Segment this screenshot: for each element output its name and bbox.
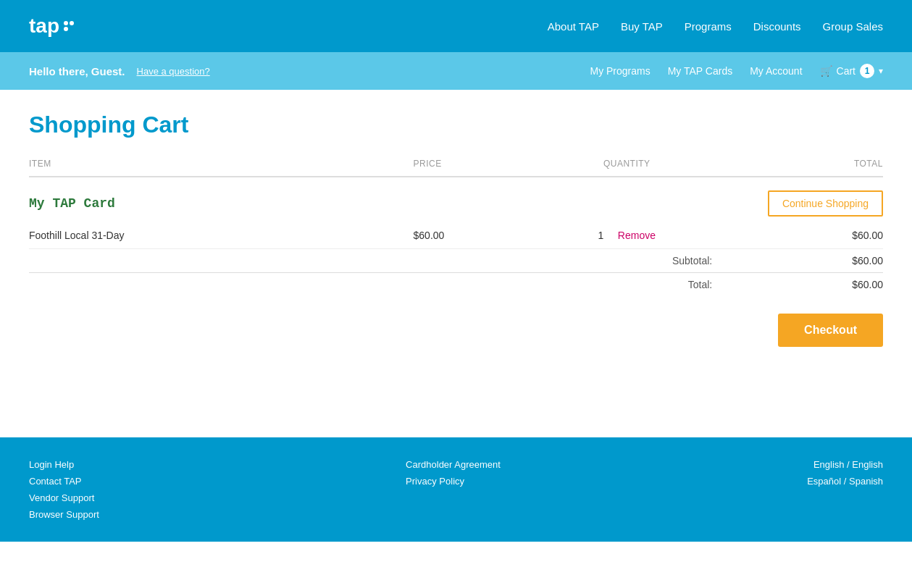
footer-login-help[interactable]: Login Help — [29, 459, 99, 470]
checkout-row: Checkout — [29, 296, 883, 347]
nav-programs[interactable]: Programs — [685, 20, 732, 33]
logo-text: tap — [29, 14, 59, 38]
footer-col-2: Cardholder Agreement Privacy Policy — [406, 459, 501, 487]
item-price: $60.00 — [414, 222, 542, 249]
footer-cardholder-agreement[interactable]: Cardholder Agreement — [406, 459, 501, 470]
greeting-text: Hello there, Guest. — [29, 65, 125, 77]
subtotal-row: Subtotal: $60.00 — [29, 249, 883, 273]
my-account-link[interactable]: My Account — [750, 65, 802, 77]
footer: Login Help Contact TAP Vendor Support Br… — [0, 437, 912, 542]
remove-item-button[interactable]: Remove — [618, 230, 656, 241]
nav-about-tap[interactable]: About TAP — [548, 20, 599, 33]
col-quantity: QUANTITY — [541, 159, 712, 177]
footer-language: English / English Español / Spanish — [807, 459, 883, 487]
main-content: Shopping Cart ITEM PRICE QUANTITY TOTAL … — [0, 90, 912, 437]
cart-table: ITEM PRICE QUANTITY TOTAL My TAP Card Co… — [29, 159, 883, 347]
col-item: ITEM — [29, 159, 414, 177]
cart-section-title: My TAP Card — [29, 196, 115, 211]
page-title: Shopping Cart — [29, 112, 883, 138]
footer-vendor-support[interactable]: Vendor Support — [29, 492, 99, 503]
col-total: TOTAL — [712, 159, 883, 177]
table-row: Foothill Local 31-Day $60.00 1 Remove $6… — [29, 222, 883, 249]
nav-discounts[interactable]: Discounts — [753, 20, 801, 33]
footer-privacy-policy[interactable]: Privacy Policy — [406, 476, 501, 487]
logo-dots — [64, 21, 74, 31]
footer-browser-support[interactable]: Browser Support — [29, 509, 99, 520]
cart-dropdown-icon[interactable]: ▾ — [879, 66, 883, 76]
item-total: $60.00 — [712, 222, 883, 249]
nav-buy-tap[interactable]: Buy TAP — [621, 20, 663, 33]
item-name: Foothill Local 31-Day — [29, 222, 414, 249]
col-price: PRICE — [414, 159, 542, 177]
main-nav-links: About TAP Buy TAP Programs Discounts Gro… — [548, 20, 883, 33]
top-navigation: tap About TAP Buy TAP Programs Discounts… — [0, 0, 912, 52]
my-programs-link[interactable]: My Programs — [590, 65, 650, 77]
checkout-button[interactable]: Checkout — [778, 314, 883, 347]
my-tap-cards-link[interactable]: My TAP Cards — [668, 65, 732, 77]
footer-lang-spanish[interactable]: Español / Spanish — [807, 476, 883, 487]
table-header-row: ITEM PRICE QUANTITY TOTAL — [29, 159, 883, 177]
nav-group-sales[interactable]: Group Sales — [823, 20, 883, 33]
cart-icon: 🛒 — [820, 65, 832, 77]
continue-shopping-button[interactable]: Continue Shopping — [768, 190, 883, 217]
total-value: $60.00 — [712, 273, 883, 297]
subtotal-label: Subtotal: — [541, 249, 712, 273]
cart-label: Cart — [837, 65, 855, 77]
greeting-area: Hello there, Guest. Have a question? — [29, 65, 210, 77]
cart-section-row: My TAP Card Continue Shopping — [29, 177, 883, 222]
footer-col-1: Login Help Contact TAP Vendor Support Br… — [29, 459, 99, 520]
brand-logo[interactable]: tap — [29, 14, 74, 38]
footer-lang-english[interactable]: English / English — [807, 459, 883, 470]
total-label: Total: — [541, 273, 712, 297]
user-nav-links: My Programs My TAP Cards My Account 🛒 Ca… — [590, 64, 883, 78]
subtotal-value: $60.00 — [712, 249, 883, 273]
have-question-link[interactable]: Have a question? — [137, 66, 210, 77]
cart-count: 1 — [860, 64, 874, 78]
footer-contact-tap[interactable]: Contact TAP — [29, 476, 99, 487]
secondary-navigation: Hello there, Guest. Have a question? My … — [0, 52, 912, 90]
cart-link[interactable]: 🛒 Cart 1 ▾ — [820, 64, 883, 78]
item-quantity: 1 Remove — [541, 222, 712, 249]
total-row: Total: $60.00 — [29, 273, 883, 297]
